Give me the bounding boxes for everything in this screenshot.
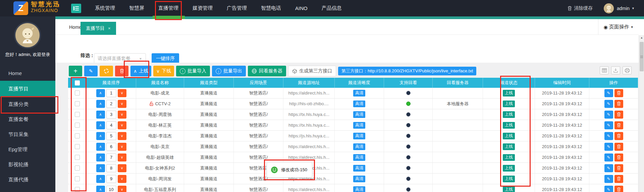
delete-button[interactable]	[614, 121, 623, 129]
batch-export-button[interactable]: ↓ 批量导出	[212, 66, 246, 76]
row-checkbox[interactable]	[75, 166, 80, 171]
scroll-up-arrow[interactable]: ▲	[639, 35, 644, 40]
user-menu[interactable]: admin ▼	[617, 6, 635, 11]
order-input[interactable]: 3	[106, 111, 116, 119]
edit-button[interactable]: ✎	[604, 100, 613, 108]
order-input[interactable]: 1	[106, 89, 116, 97]
user-avatar[interactable]	[604, 3, 614, 13]
page-actions-button[interactable]: ◉ 页面操作 ▼	[598, 19, 639, 35]
order-input[interactable]: 10	[106, 186, 116, 192]
sidebar-item-Home[interactable]: Home	[0, 66, 55, 81]
row-checkbox[interactable]	[75, 133, 80, 138]
move-down-button[interactable]: ∨	[118, 143, 126, 151]
move-up-button[interactable]: ∧	[96, 89, 105, 97]
edit-button[interactable]: ✎	[604, 132, 613, 140]
generate-api-button[interactable]: 生成第三方接口	[288, 66, 336, 76]
move-down-button[interactable]: ∨	[118, 153, 126, 162]
export-button[interactable]	[611, 66, 620, 74]
move-down-button[interactable]: ∨	[118, 89, 126, 97]
batch-import-button[interactable]: ↑ 批量导入	[176, 66, 210, 76]
move-up-button[interactable]: ∧	[96, 186, 105, 192]
nav-item-AINO[interactable]: AINO	[288, 0, 315, 16]
move-down-button[interactable]: ∨	[118, 111, 126, 119]
move-up-button[interactable]: ∧	[96, 100, 105, 108]
move-up-button[interactable]: ∧	[96, 175, 105, 183]
edit-button[interactable]: ✎	[84, 66, 98, 76]
row-checkbox[interactable]	[75, 155, 80, 160]
close-icon[interactable]: ×	[108, 26, 111, 31]
sidebar-item-影视轮播[interactable]: 影视轮播	[0, 157, 55, 172]
move-up-button[interactable]: ∧	[96, 111, 105, 119]
row-checkbox[interactable]	[75, 101, 80, 106]
grid-columns-button[interactable]	[600, 66, 609, 74]
nav-item-产品信息[interactable]: 产品信息	[315, 0, 349, 16]
order-input[interactable]: 8	[106, 164, 116, 172]
delete-button[interactable]	[614, 100, 623, 108]
sidebar-item-直播代播[interactable]: 直播代播	[0, 172, 55, 187]
move-up-button[interactable]: ∧	[96, 121, 105, 129]
edit-button[interactable]: ✎	[604, 186, 613, 192]
edit-button[interactable]: ✎	[604, 111, 613, 119]
delete-button[interactable]	[614, 89, 623, 97]
sidebar-toggle-button[interactable]	[71, 4, 81, 13]
nav-item-直播管理[interactable]: 直播管理	[151, 0, 185, 16]
move-down-button[interactable]: ∨	[118, 121, 126, 129]
edit-button[interactable]: ✎	[604, 121, 613, 129]
move-up-button[interactable]: ∧	[96, 132, 105, 140]
move-down-button[interactable]: ∨	[118, 175, 126, 183]
edit-button[interactable]: ✎	[604, 164, 613, 172]
select-all-checkbox[interactable]	[75, 80, 80, 85]
order-input[interactable]: 7	[106, 153, 116, 162]
edit-button[interactable]: ✎	[604, 153, 613, 162]
move-down-button[interactable]: ∨	[118, 186, 126, 192]
logo-icon[interactable]: Z	[13, 1, 28, 15]
delete-button[interactable]	[614, 153, 623, 162]
edit-button[interactable]: ✎	[604, 175, 613, 183]
print-button[interactable]	[623, 66, 632, 74]
row-checkbox[interactable]	[75, 176, 80, 181]
api-url-badge[interactable]: 第三方接口：http://10.8.8.200/ZHGXTV/Public/js…	[338, 67, 476, 75]
vertical-scrollbar[interactable]: ▲	[639, 35, 644, 192]
order-input[interactable]: 6	[106, 143, 116, 151]
nav-item-广告管理[interactable]: 广告管理	[220, 0, 254, 16]
scrollbar-thumb[interactable]	[640, 42, 644, 71]
online-button[interactable]: ∧上线	[130, 66, 151, 76]
nav-item-媒资管理[interactable]: 媒资管理	[185, 0, 220, 16]
edit-button[interactable]: ✎	[604, 143, 613, 151]
delete-button[interactable]	[614, 111, 623, 119]
row-checkbox[interactable]	[75, 144, 80, 149]
delete-button[interactable]	[614, 143, 623, 151]
move-up-button[interactable]: ∧	[96, 153, 105, 162]
nav-item-系统管理[interactable]: 系统管理	[88, 0, 122, 16]
move-down-button[interactable]: ∨	[118, 132, 126, 140]
delete-button[interactable]	[614, 132, 623, 140]
delete-button[interactable]	[614, 164, 623, 172]
sidebar-item-直播分类[interactable]: 直播分类	[0, 97, 55, 112]
playback-server-button[interactable]: 回看服务器	[248, 66, 286, 76]
order-input[interactable]: 9	[106, 175, 116, 183]
add-button[interactable]: +	[69, 66, 82, 76]
sidebar-item-Epg管理[interactable]: Epg管理	[0, 142, 55, 157]
row-checkbox[interactable]	[75, 112, 80, 117]
move-up-button[interactable]: ∧	[96, 143, 105, 151]
move-down-button[interactable]: ∨	[118, 100, 126, 108]
clear-cache-button[interactable]: 清除缓存	[568, 5, 593, 11]
offline-button[interactable]: ∨下线	[153, 66, 174, 76]
logo[interactable]: 智慧光迅 ZHGXAINO	[31, 1, 60, 13]
sidebar-item-直播节目[interactable]: 直播节目	[0, 81, 55, 97]
nav-item-智慧屏[interactable]: 智慧屏	[122, 0, 151, 16]
refresh-button[interactable]	[100, 66, 113, 76]
move-down-button[interactable]: ∨	[118, 164, 126, 172]
row-checkbox[interactable]	[75, 123, 80, 128]
sidebar-item-节目采集[interactable]: 节目采集	[0, 127, 55, 142]
order-input[interactable]: 4	[106, 121, 116, 129]
delete-button[interactable]	[115, 66, 128, 76]
row-checkbox[interactable]	[75, 90, 80, 95]
delete-button[interactable]	[614, 186, 623, 192]
nav-item-智慧电话[interactable]: 智慧电话	[254, 0, 288, 16]
delete-button[interactable]	[614, 175, 623, 183]
edit-button[interactable]: ✎	[604, 89, 613, 97]
order-input[interactable]: 5	[106, 132, 116, 140]
row-checkbox[interactable]	[75, 187, 80, 192]
tab-live-programs[interactable]: 直播节目 ×	[80, 22, 116, 35]
